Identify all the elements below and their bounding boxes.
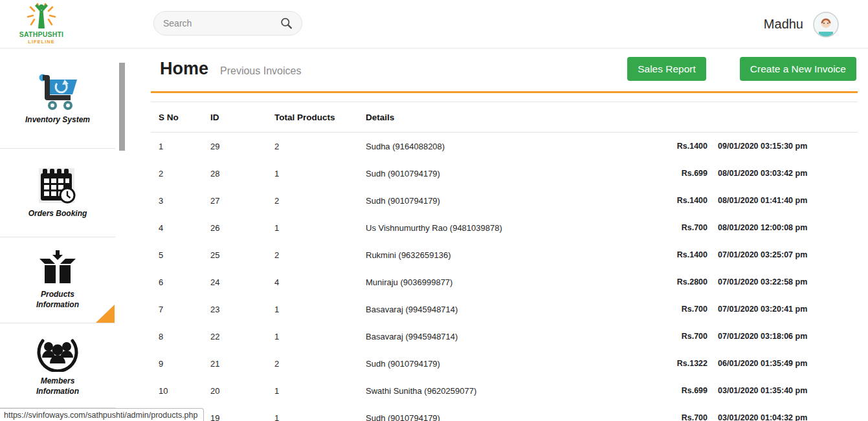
cell-details: Sudh (9010794179) bbox=[366, 413, 622, 421]
cell-id: 26 bbox=[210, 223, 274, 233]
open-box-icon bbox=[37, 250, 78, 285]
page-title: Home bbox=[160, 59, 208, 79]
header-total-products: Total Products bbox=[274, 113, 366, 122]
cell-amount: Rs.1400 bbox=[622, 196, 707, 205]
create-invoice-button[interactable]: Create a New Invoice bbox=[740, 57, 856, 81]
cell-amount: Rs.700 bbox=[622, 305, 707, 314]
brand-logo[interactable]: SATHPUSHTI LIFELINE bbox=[17, 1, 66, 45]
cell-datetime: 03/01/2020 01:35:40 pm bbox=[707, 386, 811, 395]
shopping-cart-sync-icon bbox=[34, 72, 81, 111]
app-window: SATHPUSHTI LIFELINE Madhu bbox=[0, 0, 868, 421]
cell-total-products: 1 bbox=[274, 305, 366, 314]
user-menu[interactable]: Madhu bbox=[764, 0, 839, 49]
table-row[interactable]: 2 28 1 Sudh (9010794179) Rs.699 08/01/20… bbox=[151, 160, 858, 187]
magnifier-icon[interactable] bbox=[280, 16, 293, 30]
page-subtitle: Previous Invoices bbox=[220, 65, 301, 77]
top-bar: SATHPUSHTI LIFELINE Madhu bbox=[0, 0, 868, 49]
cell-total-products: 1 bbox=[274, 169, 366, 178]
cell-sno: 10 bbox=[159, 386, 210, 396]
cell-sno: 5 bbox=[159, 250, 210, 260]
sidebar: Inventory System Orders Booking bbox=[0, 49, 127, 421]
cell-id: 19 bbox=[210, 413, 274, 421]
page-header: Home Previous Invoices Sales Report Crea… bbox=[151, 49, 858, 93]
sidebar-item-inventory-system[interactable]: Inventory System bbox=[0, 49, 115, 149]
cell-total-products: 1 bbox=[274, 223, 366, 233]
cell-sno: 1 bbox=[159, 142, 210, 151]
status-url-text: https://svinfoways.com/sathpushti/admin/… bbox=[4, 411, 197, 420]
members-group-icon bbox=[36, 334, 79, 372]
cell-total-products: 2 bbox=[274, 142, 366, 151]
user-name: Madhu bbox=[764, 17, 803, 32]
table-row[interactable]: 7 23 1 Basavaraj (9945948714) Rs.700 07/… bbox=[151, 296, 858, 323]
cell-datetime: 08/01/2020 12:00:08 pm bbox=[707, 223, 811, 232]
cell-amount: Rs.700 bbox=[622, 332, 707, 341]
cell-total-products: 1 bbox=[274, 413, 366, 421]
cell-amount: Rs.700 bbox=[622, 223, 707, 232]
cell-datetime: 08/01/2020 01:41:40 pm bbox=[707, 196, 811, 205]
cell-sno: 3 bbox=[159, 196, 210, 206]
cell-total-products: 2 bbox=[274, 359, 366, 369]
cell-datetime: 07/01/2020 03:20:41 pm bbox=[707, 305, 811, 314]
table-row[interactable]: 3 27 2 Sudh (9010794179) Rs.1400 08/01/2… bbox=[151, 187, 858, 214]
sidebar-item-products-information[interactable]: Products Information bbox=[0, 237, 115, 323]
cell-amount: Rs.1400 bbox=[622, 142, 707, 151]
cell-details: Basavaraj (9945948714) bbox=[366, 305, 622, 314]
search-input[interactable] bbox=[163, 18, 280, 28]
cell-details: Swathi Sunitha (9620259077) bbox=[366, 386, 622, 396]
table-row[interactable]: 9 21 2 Sudh (9010794179) Rs.1322 06/01/2… bbox=[151, 350, 858, 377]
cell-id: 27 bbox=[210, 196, 274, 206]
sidebar-item-label: Products Information bbox=[22, 289, 93, 310]
sales-report-button[interactable]: Sales Report bbox=[627, 57, 706, 81]
table-row[interactable]: 11 19 1 Sudh (9010794179) Rs.700 03/01/2… bbox=[151, 404, 858, 421]
cell-id: 23 bbox=[210, 305, 274, 314]
cell-datetime: 03/01/2020 01:04:32 pm bbox=[707, 413, 811, 421]
sidebar-item-members-information[interactable]: Members Information bbox=[0, 323, 115, 408]
cell-id: 24 bbox=[210, 277, 274, 287]
cell-datetime: 07/01/2020 03:18:06 pm bbox=[707, 332, 811, 341]
cell-id: 29 bbox=[210, 142, 274, 151]
sidebar-scrollbar-thumb[interactable] bbox=[119, 63, 125, 151]
table-row[interactable]: 4 26 1 Us Vishnumurthy Rao (9481039878) … bbox=[151, 214, 858, 241]
sidebar-item-label: Members Information bbox=[22, 376, 93, 396]
table-row[interactable]: 1 29 2 Sudha (9164088208) Rs.1400 09/01/… bbox=[151, 133, 858, 160]
table-row[interactable]: 6 24 4 Muniraju (9036999877) Rs.2800 07/… bbox=[151, 268, 858, 296]
header-sno: S No bbox=[159, 113, 210, 122]
cell-details: Sudh (9010794179) bbox=[366, 169, 622, 178]
sidebar-item-label: Inventory System bbox=[25, 114, 90, 125]
cell-details: Rukmini (9632659136) bbox=[366, 250, 622, 260]
cell-amount: Rs.2800 bbox=[622, 277, 707, 286]
cell-id: 20 bbox=[210, 386, 274, 396]
cell-datetime: 07/01/2020 03:25:07 pm bbox=[707, 250, 811, 259]
search-bar[interactable] bbox=[153, 11, 302, 36]
cell-total-products: 2 bbox=[274, 250, 366, 260]
cell-sno: 8 bbox=[159, 332, 210, 341]
cell-datetime: 08/01/2020 03:03:42 pm bbox=[707, 169, 811, 178]
table-row[interactable]: 5 25 2 Rukmini (9632659136) Rs.1400 07/0… bbox=[151, 241, 858, 268]
main-content: Home Previous Invoices Sales Report Crea… bbox=[151, 49, 858, 421]
cell-details: Sudh (9010794179) bbox=[366, 359, 622, 369]
cell-amount: Rs.699 bbox=[622, 169, 707, 178]
table-row[interactable]: 8 22 1 Basavaraj (9945948714) Rs.700 07/… bbox=[151, 323, 858, 350]
cell-id: 21 bbox=[210, 359, 274, 369]
cell-total-products: 2 bbox=[274, 196, 366, 206]
table-row[interactable]: 10 20 1 Swathi Sunitha (9620259077) Rs.6… bbox=[151, 377, 858, 404]
cell-id: 25 bbox=[210, 250, 274, 260]
cell-sno: 9 bbox=[159, 359, 210, 369]
user-avatar[interactable] bbox=[813, 12, 839, 38]
cell-details: Muniraju (9036999877) bbox=[366, 277, 622, 287]
calendar-clock-icon bbox=[38, 167, 78, 204]
cell-id: 28 bbox=[210, 169, 274, 178]
cell-sno: 2 bbox=[159, 169, 210, 178]
cell-amount: Rs.700 bbox=[622, 413, 707, 421]
cell-sno: 4 bbox=[159, 223, 210, 233]
cell-details: Us Vishnumurthy Rao (9481039878) bbox=[366, 223, 622, 233]
table-header-row: S No ID Total Products Details bbox=[151, 102, 858, 133]
cell-total-products: 1 bbox=[274, 332, 366, 341]
cell-details: Basavaraj (9945948714) bbox=[366, 332, 622, 341]
sidebar-item-label: Orders Booking bbox=[28, 208, 87, 219]
header-id: ID bbox=[210, 113, 274, 122]
cell-details: Sudha (9164088208) bbox=[366, 142, 622, 151]
sidebar-item-orders-booking[interactable]: Orders Booking bbox=[0, 149, 115, 237]
cell-datetime: 09/01/2020 03:15:30 pm bbox=[707, 142, 811, 151]
cell-details: Sudh (9010794179) bbox=[366, 196, 622, 206]
